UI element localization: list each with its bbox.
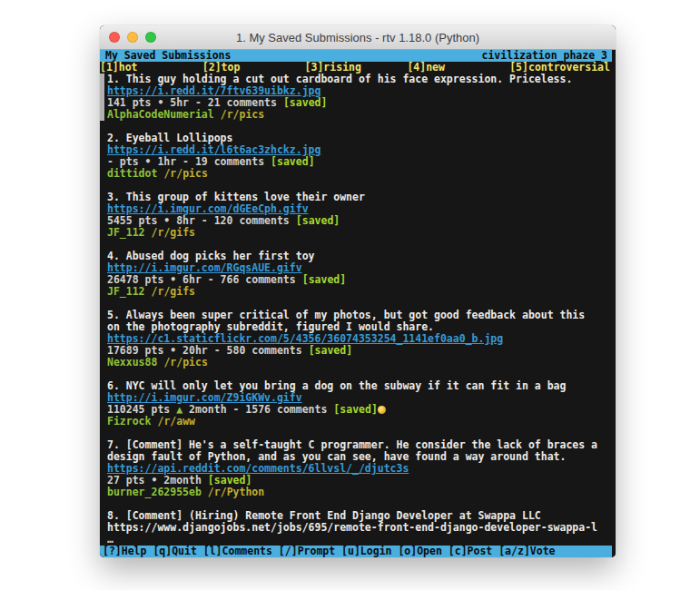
submission-title: 7. [Comment] He's a self-taught C progra… [107,439,612,451]
submission-subreddit[interactable]: /r/gifs [152,227,195,239]
saved-badge: [saved] [309,345,352,357]
titlebar[interactable]: 1. My Saved Submissions - rtv 1.18.0 (Py… [100,25,616,50]
submission-subreddit[interactable]: /r/pics [163,357,207,369]
zoom-button[interactable] [145,32,156,43]
traffic-lights [109,25,156,49]
submission-title: 8. [Comment] (Hiring) Remote Front End D… [107,510,612,522]
submission-title-wrap: on the photography subreddit, figured I … [107,321,612,333]
submission-stats: 27 pts • 2month [107,475,202,487]
submission-stats: 26478 pts • 6hr - 766 comments [107,274,296,286]
submission-author[interactable]: Fizrock [107,416,151,428]
sort-tabs: [1]hot [2]top [3]rising [4]new [5]contro… [100,62,612,74]
tab-hot[interactable]: [1]hot [100,62,202,74]
gilded-icon [378,406,386,414]
submission-author[interactable]: AlphaCodeNumerial [107,109,214,121]
logged-in-user: civilization_phaze_3 [482,50,607,62]
shortcut-bar: [?]Help [q]Quit [l]Comments [/]Prompt [u… [100,546,612,557]
tab-controversial[interactable]: [5]controversial [509,62,612,74]
submission-link[interactable]: https://i.imgur.com/dGEeCph.gifv [107,203,309,215]
minimize-button[interactable] [127,32,138,43]
submission-subreddit[interactable]: /r/Python [208,487,264,498]
submission-title-wrap: design fault of Python, and as you can s… [107,451,612,463]
submission-stats: 110245 pts [107,404,176,416]
saved-badge: [saved] [283,97,327,109]
submission-author[interactable]: dittidot [107,168,157,180]
submission-subreddit[interactable]: /r/pics [221,109,264,121]
submission-link[interactable]: https://i.redd.it/l6t6ac3zhckz.jpg [107,144,320,156]
selection-cursor [100,74,104,121]
submission-title: 5. Always been super critical of my phot… [107,310,612,321]
saved-badge: [saved] [208,475,251,487]
submission-stats: 17689 pts • 20hr - 580 comments [107,345,302,357]
close-button[interactable] [109,32,120,43]
submission-subreddit[interactable]: /r/gifs [152,286,195,298]
submission-author[interactable]: burner_262955eb [107,487,202,498]
submission-4[interactable]: 4. Abused dog picks her first toy http:/… [107,251,612,298]
saved-badge: [saved] [271,156,314,168]
submission-link[interactable]: https://c1.staticflickr.com/5/4356/36074… [107,333,503,345]
submission-title: 2. Eyeball Lollipops [107,133,612,144]
submission-stats-cont: 2month - 1576 comments [182,404,327,416]
submission-7[interactable]: 7. [Comment] He's a self-taught C progra… [107,439,612,498]
submission-link[interactable]: http://i.imgur.com/Z9iGKWv.gifv [107,392,302,404]
terminal: My Saved Submissions civilization_phaze_… [100,50,616,557]
submission-8[interactable]: 8. [Comment] (Hiring) Remote Front End D… [107,510,612,546]
submission-1[interactable]: 1. This guy holding a cut out cardboard … [107,74,612,121]
submission-title: 3. This group of kittens love their owne… [107,192,612,203]
submission-author[interactable]: JF_112 [107,286,145,298]
submission-title: 4. Abused dog picks her first toy [107,251,612,262]
submission-author[interactable]: JF_112 [107,227,145,239]
submission-list: 1. This guy holding a cut out cardboard … [100,74,612,546]
submission-2[interactable]: 2. Eyeball Lollipops https://i.redd.it/l… [107,133,612,180]
submission-subreddit[interactable]: /r/aww [157,416,195,428]
submission-stats: 141 pts • 5hr - 21 comments [107,97,277,109]
submission-link[interactable]: https://i.redd.it/7ftv639uibkz.jpg [107,85,320,97]
saved-badge: [saved] [296,215,340,227]
page-title: My Saved Submissions [105,50,231,62]
window-title: 1. My Saved Submissions - rtv 1.18.0 (Py… [236,31,479,44]
submission-subreddit[interactable]: /r/pics [163,168,207,180]
submission-stats: 5455 pts • 8hr - 120 comments [107,215,290,227]
tab-rising[interactable]: [3]rising [305,62,408,74]
saved-badge: [saved] [333,404,377,416]
tab-top[interactable]: [2]top [202,62,305,74]
submission-3[interactable]: 3. This group of kittens love their owne… [107,192,612,239]
submission-link[interactable]: https://api.reddit.com/comments/6llvsl/_… [107,463,409,475]
submission-author[interactable]: Nexxus88 [107,357,157,369]
submission-title: 1. This guy holding a cut out cardboard … [107,74,612,85]
app-window: 1. My Saved Submissions - rtv 1.18.0 (Py… [100,25,616,557]
saved-badge: [saved] [302,274,346,286]
submission-stats: - pts • 1hr - 19 comments [107,156,264,168]
submission-6[interactable]: 6. NYC will only let you bring a dog on … [107,380,612,428]
submission-title-wrap: https://www.djangojobs.net/jobs/695/remo… [107,522,612,534]
submission-link[interactable]: http://i.imgur.com/RGqsAUE.gifv [107,262,302,274]
status-header: My Saved Submissions civilization_phaze_… [100,50,612,62]
submission-5[interactable]: 5. Always been super critical of my phot… [107,310,612,369]
tab-new[interactable]: [4]new [407,62,509,74]
submission-title: 6. NYC will only let you bring a dog on … [107,380,612,392]
